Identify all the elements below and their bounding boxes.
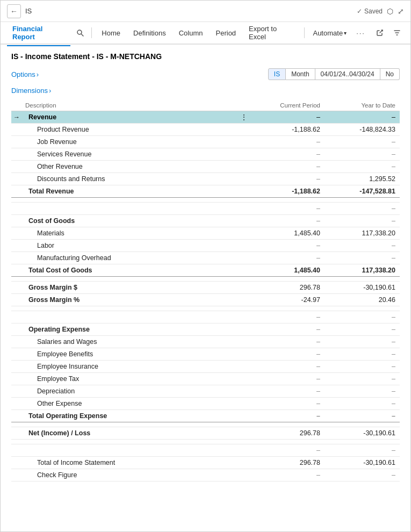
- blank-cell: [11, 277, 400, 282]
- arrow-cell: [11, 427, 21, 440]
- ribbon-filter-icon[interactable]: [390, 25, 404, 40]
- arrow-cell: [11, 252, 21, 264]
- table-row[interactable]: Other Revenue – –: [11, 161, 400, 173]
- dots-cell: [239, 373, 249, 385]
- table-row[interactable]: Other Expense – –: [11, 398, 400, 410]
- options-toggle[interactable]: Options ›: [11, 70, 39, 78]
- pill-is[interactable]: IS: [268, 68, 286, 80]
- blank-cell: [11, 440, 400, 444]
- tab-period[interactable]: Period: [211, 25, 242, 42]
- table-row[interactable]: Operating Expense – –: [11, 323, 400, 336]
- ytd-cell: -30,190.61: [325, 282, 400, 294]
- arrow-cell: [11, 457, 21, 469]
- dots-cell: [239, 469, 249, 481]
- table-row[interactable]: Manufacturing Overhead – –: [11, 252, 400, 264]
- table-row[interactable]: – –: [11, 311, 400, 323]
- dots-cell: [239, 348, 249, 361]
- table-row[interactable]: Total Revenue -1,188.62 -147,528.81: [11, 185, 400, 198]
- ytd-cell: -30,190.61: [325, 457, 400, 469]
- table-row[interactable]: – –: [11, 203, 400, 215]
- ytd-cell: –: [325, 203, 400, 215]
- table-row[interactable]: Gross Margin $ 296.78 -30,190.61: [11, 282, 400, 294]
- ribbon-search-icon[interactable]: [73, 25, 87, 40]
- ytd-cell: 1,295.52: [325, 173, 400, 185]
- table-row[interactable]: Net (Income) / Loss 296.78 -30,190.61: [11, 427, 400, 440]
- table-row[interactable]: → Revenue ⋮ – –: [11, 111, 400, 124]
- dots-cell: [239, 136, 249, 148]
- table-row[interactable]: [11, 198, 400, 203]
- current-cell: -24.97: [249, 294, 325, 306]
- ribbon-share-icon[interactable]: [373, 25, 387, 40]
- table-row[interactable]: Total Operating Expense – –: [11, 410, 400, 422]
- pill-no[interactable]: No: [380, 68, 400, 80]
- table-row[interactable]: Employee Benefits – –: [11, 348, 400, 361]
- dots-cell: [239, 294, 249, 306]
- ribbon: Financial Report Home Definitions Column…: [1, 22, 410, 45]
- arrow-cell: [11, 336, 21, 348]
- table-row[interactable]: [11, 306, 400, 311]
- current-cell: –: [249, 410, 325, 422]
- ytd-cell: –: [325, 336, 400, 348]
- current-cell: –: [249, 385, 325, 398]
- automate-button[interactable]: Automate ▾: [308, 27, 351, 39]
- pill-month[interactable]: Month: [286, 68, 315, 80]
- table-row[interactable]: – –: [11, 444, 400, 457]
- ytd-cell: -147,528.81: [325, 185, 400, 198]
- pill-date-range[interactable]: 04/01/24..04/30/24: [315, 68, 380, 80]
- table-row[interactable]: Salaries and Wages – –: [11, 336, 400, 348]
- tab-export[interactable]: Export to Excel: [243, 20, 299, 46]
- dots-cell: [239, 227, 249, 240]
- ytd-cell: –: [325, 385, 400, 398]
- table-row[interactable]: Check Figure – –: [11, 469, 400, 481]
- tab-financial-report[interactable]: Financial Report: [7, 20, 70, 46]
- current-cell: –: [249, 215, 325, 227]
- table-row[interactable]: Depreciation – –: [11, 385, 400, 398]
- table-row[interactable]: Employee Insurance – –: [11, 361, 400, 373]
- tab-definitions[interactable]: Definitions: [128, 25, 171, 42]
- table-row[interactable]: Gross Margin % -24.97 20.46: [11, 294, 400, 306]
- current-cell: –: [249, 444, 325, 457]
- ribbon-more-button[interactable]: ···: [353, 27, 369, 39]
- table-row[interactable]: [11, 277, 400, 282]
- tab-column[interactable]: Column: [174, 25, 208, 42]
- ytd-cell: –: [325, 444, 400, 457]
- desc-cell: Revenue: [21, 111, 239, 124]
- table-row[interactable]: Total Cost of Goods 1,485.40 117,338.20: [11, 264, 400, 277]
- arrow-cell: [11, 361, 21, 373]
- table-row[interactable]: [11, 422, 400, 427]
- tab-home[interactable]: Home: [96, 25, 126, 42]
- desc-cell: Cost of Goods: [21, 215, 239, 227]
- current-cell: 296.78: [249, 427, 325, 440]
- dots-cell: ⋮: [239, 111, 249, 124]
- expand-window-icon[interactable]: ⤢: [398, 7, 404, 16]
- back-icon: ←: [10, 7, 18, 16]
- table-row[interactable]: Materials 1,485.40 117,338.20: [11, 227, 400, 240]
- table-row[interactable]: Services Revenue – –: [11, 148, 400, 161]
- dimensions-chevron-icon: ›: [49, 87, 51, 95]
- ytd-cell: 117,338.20: [325, 227, 400, 240]
- desc-cell: Gross Margin $: [21, 282, 239, 294]
- table-row[interactable]: Job Revenue – –: [11, 136, 400, 148]
- dimensions-toggle[interactable]: Dimensions ›: [11, 87, 400, 95]
- desc-cell: [21, 311, 239, 323]
- share-window-icon[interactable]: ⬡: [387, 7, 393, 16]
- automate-label: Automate: [313, 29, 343, 37]
- table-row[interactable]: Discounts and Returns – 1,295.52: [11, 173, 400, 185]
- back-button[interactable]: ←: [7, 4, 21, 18]
- desc-cell: Depreciation: [21, 385, 239, 398]
- table-row[interactable]: Total of Income Statement 296.78 -30,190…: [11, 457, 400, 469]
- ytd-cell: –: [325, 215, 400, 227]
- desc-cell: Manufacturing Overhead: [21, 252, 239, 264]
- current-cell: –: [249, 252, 325, 264]
- table-row[interactable]: Cost of Goods – –: [11, 215, 400, 227]
- table-row[interactable]: Product Revenue -1,188.62 -148,824.33: [11, 124, 400, 136]
- desc-cell: Total Revenue: [21, 185, 239, 198]
- dots-cell: [239, 148, 249, 161]
- current-cell: -1,188.62: [249, 185, 325, 198]
- table-row[interactable]: Labor – –: [11, 240, 400, 252]
- saved-check-icon: ✓: [357, 8, 362, 15]
- desc-cell: [21, 203, 239, 215]
- ribbon-separator-2: [304, 27, 305, 38]
- table-row[interactable]: Employee Tax – –: [11, 373, 400, 385]
- table-row[interactable]: [11, 440, 400, 444]
